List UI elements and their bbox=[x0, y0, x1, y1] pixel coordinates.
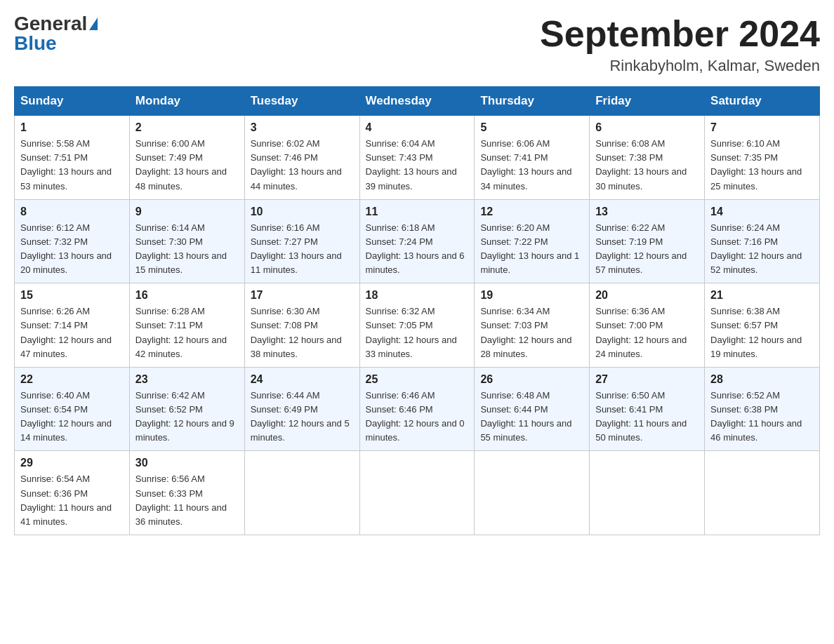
column-header-tuesday: Tuesday bbox=[244, 87, 359, 116]
calendar-cell: 6Sunrise: 6:08 AMSunset: 7:38 PMDaylight… bbox=[590, 116, 705, 200]
location-subtitle: Rinkabyholm, Kalmar, Sweden bbox=[540, 57, 820, 75]
day-number: 6 bbox=[595, 121, 699, 134]
calendar-cell: 11Sunrise: 6:18 AMSunset: 7:24 PMDayligh… bbox=[359, 199, 475, 283]
day-info: Sunrise: 6:52 AMSunset: 6:38 PMDaylight:… bbox=[710, 389, 814, 445]
calendar-cell: 23Sunrise: 6:42 AMSunset: 6:52 PMDayligh… bbox=[129, 367, 244, 451]
calendar-cell: 3Sunrise: 6:02 AMSunset: 7:46 PMDaylight… bbox=[244, 116, 359, 200]
column-header-wednesday: Wednesday bbox=[359, 87, 475, 116]
calendar-week-row: 29Sunrise: 6:54 AMSunset: 6:36 PMDayligh… bbox=[15, 451, 820, 535]
calendar-cell: 27Sunrise: 6:50 AMSunset: 6:41 PMDayligh… bbox=[590, 367, 705, 451]
day-number: 23 bbox=[135, 373, 239, 386]
day-number: 24 bbox=[251, 373, 354, 386]
calendar-cell: 30Sunrise: 6:56 AMSunset: 6:33 PMDayligh… bbox=[129, 451, 244, 535]
calendar-week-row: 8Sunrise: 6:12 AMSunset: 7:32 PMDaylight… bbox=[15, 199, 820, 283]
day-info: Sunrise: 6:20 AMSunset: 7:22 PMDaylight:… bbox=[480, 221, 583, 278]
day-info: Sunrise: 6:28 AMSunset: 7:11 PMDaylight:… bbox=[135, 304, 239, 361]
day-info: Sunrise: 6:44 AMSunset: 6:49 PMDaylight:… bbox=[251, 389, 354, 445]
day-number: 22 bbox=[20, 373, 124, 386]
calendar-week-row: 22Sunrise: 6:40 AMSunset: 6:54 PMDayligh… bbox=[15, 367, 820, 451]
day-info: Sunrise: 6:24 AMSunset: 7:16 PMDaylight:… bbox=[710, 221, 814, 278]
day-info: Sunrise: 6:56 AMSunset: 6:33 PMDaylight:… bbox=[135, 472, 239, 529]
day-info: Sunrise: 6:18 AMSunset: 7:24 PMDaylight:… bbox=[366, 221, 469, 278]
logo: General Blue bbox=[14, 14, 98, 53]
day-info: Sunrise: 6:22 AMSunset: 7:19 PMDaylight:… bbox=[595, 221, 699, 278]
day-number: 10 bbox=[251, 206, 354, 218]
calendar-cell bbox=[475, 451, 590, 535]
day-info: Sunrise: 6:14 AMSunset: 7:30 PMDaylight:… bbox=[135, 221, 239, 278]
day-number: 13 bbox=[595, 206, 699, 218]
column-header-saturday: Saturday bbox=[705, 87, 820, 116]
day-info: Sunrise: 6:04 AMSunset: 7:43 PMDaylight:… bbox=[366, 137, 469, 194]
day-number: 21 bbox=[710, 289, 814, 302]
calendar-cell: 12Sunrise: 6:20 AMSunset: 7:22 PMDayligh… bbox=[475, 199, 590, 283]
calendar-cell: 15Sunrise: 6:26 AMSunset: 7:14 PMDayligh… bbox=[15, 283, 130, 368]
calendar-cell: 5Sunrise: 6:06 AMSunset: 7:41 PMDaylight… bbox=[475, 116, 590, 200]
day-number: 30 bbox=[135, 457, 239, 469]
day-number: 28 bbox=[710, 373, 814, 386]
calendar-cell bbox=[359, 451, 475, 535]
day-info: Sunrise: 6:08 AMSunset: 7:38 PMDaylight:… bbox=[595, 137, 699, 194]
column-header-sunday: Sunday bbox=[15, 87, 130, 116]
calendar-cell: 21Sunrise: 6:38 AMSunset: 6:57 PMDayligh… bbox=[705, 283, 820, 368]
day-info: Sunrise: 6:32 AMSunset: 7:05 PMDaylight:… bbox=[366, 304, 469, 361]
day-info: Sunrise: 6:40 AMSunset: 6:54 PMDaylight:… bbox=[20, 389, 124, 445]
calendar-cell: 20Sunrise: 6:36 AMSunset: 7:00 PMDayligh… bbox=[590, 283, 705, 368]
day-number: 19 bbox=[480, 289, 583, 302]
day-info: Sunrise: 6:12 AMSunset: 7:32 PMDaylight:… bbox=[20, 221, 124, 278]
day-number: 4 bbox=[366, 121, 469, 134]
calendar-cell: 22Sunrise: 6:40 AMSunset: 6:54 PMDayligh… bbox=[15, 367, 130, 451]
day-info: Sunrise: 6:38 AMSunset: 6:57 PMDaylight:… bbox=[710, 304, 814, 361]
calendar-cell: 25Sunrise: 6:46 AMSunset: 6:46 PMDayligh… bbox=[359, 367, 475, 451]
page-header: General Blue September 2024 Rinkabyholm,… bbox=[14, 14, 820, 75]
calendar-cell: 2Sunrise: 6:00 AMSunset: 7:49 PMDaylight… bbox=[129, 116, 244, 200]
day-info: Sunrise: 6:26 AMSunset: 7:14 PMDaylight:… bbox=[20, 304, 124, 361]
calendar-cell: 16Sunrise: 6:28 AMSunset: 7:11 PMDayligh… bbox=[129, 283, 244, 368]
calendar-cell bbox=[244, 451, 359, 535]
calendar-cell: 10Sunrise: 6:16 AMSunset: 7:27 PMDayligh… bbox=[244, 199, 359, 283]
calendar-week-row: 15Sunrise: 6:26 AMSunset: 7:14 PMDayligh… bbox=[15, 283, 820, 368]
calendar-cell bbox=[590, 451, 705, 535]
day-number: 29 bbox=[20, 457, 124, 469]
column-header-thursday: Thursday bbox=[475, 87, 590, 116]
day-number: 9 bbox=[135, 206, 239, 218]
day-info: Sunrise: 6:06 AMSunset: 7:41 PMDaylight:… bbox=[480, 137, 583, 194]
calendar-cell: 14Sunrise: 6:24 AMSunset: 7:16 PMDayligh… bbox=[705, 199, 820, 283]
day-info: Sunrise: 6:00 AMSunset: 7:49 PMDaylight:… bbox=[135, 137, 239, 194]
day-number: 12 bbox=[480, 206, 583, 218]
calendar-cell: 18Sunrise: 6:32 AMSunset: 7:05 PMDayligh… bbox=[359, 283, 475, 368]
day-info: Sunrise: 6:48 AMSunset: 6:44 PMDaylight:… bbox=[480, 389, 583, 445]
day-number: 3 bbox=[251, 121, 354, 134]
month-year-title: September 2024 bbox=[540, 14, 820, 54]
day-info: Sunrise: 6:34 AMSunset: 7:03 PMDaylight:… bbox=[480, 304, 583, 361]
day-info: Sunrise: 6:10 AMSunset: 7:35 PMDaylight:… bbox=[710, 137, 814, 194]
day-number: 20 bbox=[595, 289, 699, 302]
day-info: Sunrise: 6:36 AMSunset: 7:00 PMDaylight:… bbox=[595, 304, 699, 361]
day-info: Sunrise: 5:58 AMSunset: 7:51 PMDaylight:… bbox=[20, 137, 124, 194]
calendar-cell: 4Sunrise: 6:04 AMSunset: 7:43 PMDaylight… bbox=[359, 116, 475, 200]
calendar-cell: 1Sunrise: 5:58 AMSunset: 7:51 PMDaylight… bbox=[15, 116, 130, 200]
calendar-cell: 19Sunrise: 6:34 AMSunset: 7:03 PMDayligh… bbox=[475, 283, 590, 368]
day-number: 16 bbox=[135, 289, 239, 302]
calendar-week-row: 1Sunrise: 5:58 AMSunset: 7:51 PMDaylight… bbox=[15, 116, 820, 200]
calendar-cell: 26Sunrise: 6:48 AMSunset: 6:44 PMDayligh… bbox=[475, 367, 590, 451]
day-info: Sunrise: 6:46 AMSunset: 6:46 PMDaylight:… bbox=[366, 389, 469, 445]
column-header-friday: Friday bbox=[590, 87, 705, 116]
day-info: Sunrise: 6:50 AMSunset: 6:41 PMDaylight:… bbox=[595, 389, 699, 445]
calendar-table: SundayMondayTuesdayWednesdayThursdayFrid… bbox=[14, 86, 820, 535]
calendar-cell: 28Sunrise: 6:52 AMSunset: 6:38 PMDayligh… bbox=[705, 367, 820, 451]
day-number: 17 bbox=[251, 289, 354, 302]
day-number: 18 bbox=[366, 289, 469, 302]
day-number: 27 bbox=[595, 373, 699, 386]
calendar-cell: 7Sunrise: 6:10 AMSunset: 7:35 PMDaylight… bbox=[705, 116, 820, 200]
calendar-cell: 29Sunrise: 6:54 AMSunset: 6:36 PMDayligh… bbox=[15, 451, 130, 535]
day-info: Sunrise: 6:02 AMSunset: 7:46 PMDaylight:… bbox=[251, 137, 354, 194]
day-info: Sunrise: 6:42 AMSunset: 6:52 PMDaylight:… bbox=[135, 389, 239, 445]
day-info: Sunrise: 6:54 AMSunset: 6:36 PMDaylight:… bbox=[20, 472, 124, 529]
calendar-cell: 24Sunrise: 6:44 AMSunset: 6:49 PMDayligh… bbox=[244, 367, 359, 451]
calendar-cell: 8Sunrise: 6:12 AMSunset: 7:32 PMDaylight… bbox=[15, 199, 130, 283]
day-info: Sunrise: 6:16 AMSunset: 7:27 PMDaylight:… bbox=[251, 221, 354, 278]
day-number: 26 bbox=[480, 373, 583, 386]
column-header-monday: Monday bbox=[129, 87, 244, 116]
day-number: 15 bbox=[20, 289, 124, 302]
logo-triangle-icon bbox=[89, 18, 98, 30]
